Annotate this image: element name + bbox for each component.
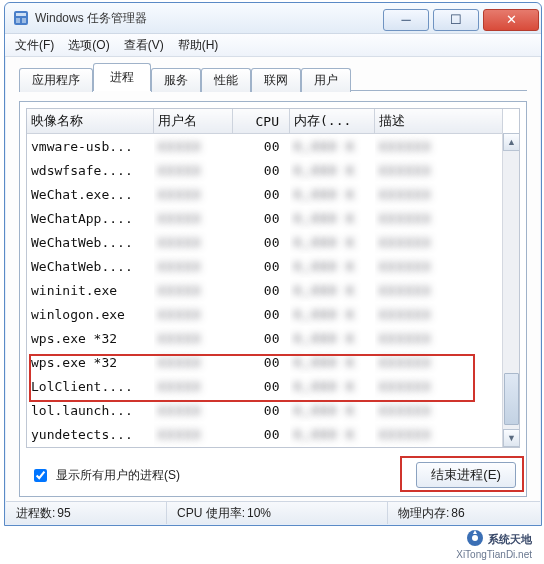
cell-cpu: 00: [233, 374, 290, 398]
col-description[interactable]: 描述: [375, 109, 503, 134]
table-row[interactable]: winlogon.exeXXXXX000,000 KXXXXXX: [27, 302, 503, 326]
col-cpu[interactable]: CPU: [233, 109, 290, 134]
table-row[interactable]: vmware-usb...XXXXX000,000 KXXXXXX: [27, 134, 503, 159]
maximize-button[interactable]: ☐: [433, 9, 479, 31]
cell-image: wininit.exe: [27, 278, 154, 302]
cell-cpu: 00: [233, 422, 290, 446]
cell-desc: XXXXXX: [375, 254, 503, 278]
svg-rect-2: [16, 18, 20, 23]
table-row[interactable]: yundetects...XXXXX000,000 KXXXXXX: [27, 422, 503, 446]
status-memory: 物理内存: 86: [388, 502, 540, 524]
process-list[interactable]: 映像名称 用户名 CPU 内存(... 描述 vmware-usb...XXXX…: [27, 109, 503, 447]
cell-cpu: 00: [233, 230, 290, 254]
cell-cpu: 00: [233, 302, 290, 326]
col-image-name[interactable]: 映像名称: [27, 109, 154, 134]
cell-cpu: 00: [233, 398, 290, 422]
table-row[interactable]: wps.exe *32XXXXX000,000 KXXXXXX: [27, 326, 503, 350]
status-memory-value: 86: [451, 506, 464, 520]
scroll-thumb[interactable]: [504, 373, 519, 425]
menu-view[interactable]: 查看(V): [124, 37, 164, 54]
show-all-users-checkbox[interactable]: 显示所有用户的进程(S): [30, 466, 180, 485]
table-row[interactable]: WeChatWeb....XXXXX000,000 KXXXXXX: [27, 230, 503, 254]
close-button[interactable]: ✕: [483, 9, 539, 31]
minimize-button[interactable]: ─: [383, 9, 429, 31]
cell-memory: 0,000 K: [290, 182, 375, 206]
process-table: 映像名称 用户名 CPU 内存(... 描述 vmware-usb...XXXX…: [27, 109, 503, 447]
cell-memory: 0,000 K: [290, 254, 375, 278]
cell-desc: XXXXXX: [375, 206, 503, 230]
table-row[interactable]: LolClient....XXXXX000,000 KXXXXXX: [27, 374, 503, 398]
table-row[interactable]: WeChatApp....XXXXX000,000 KXXXXXX: [27, 206, 503, 230]
cell-cpu: 00: [233, 134, 290, 159]
watermark: 系统天地 XiTongTianDi.net: [456, 529, 532, 560]
tab-applications[interactable]: 应用程序: [19, 68, 93, 92]
status-processes: 进程数: 95: [6, 502, 167, 524]
cell-memory: 0,000 K: [290, 326, 375, 350]
cell-user: XXXXX: [154, 254, 233, 278]
maximize-icon: ☐: [450, 13, 462, 26]
show-all-users-input[interactable]: [34, 469, 47, 482]
cell-desc: XXXXXX: [375, 182, 503, 206]
col-user[interactable]: 用户名: [154, 109, 233, 134]
col-memory[interactable]: 内存(...: [290, 109, 375, 134]
scroll-down-button[interactable]: ▼: [503, 429, 520, 447]
cell-user: XXXXX: [154, 446, 233, 447]
cell-image: vmware-usb...: [27, 134, 154, 159]
cell-desc: XXXXXX: [375, 230, 503, 254]
cell-cpu: 00: [233, 278, 290, 302]
window-title: Windows 任务管理器: [35, 10, 147, 27]
process-list-container: 映像名称 用户名 CPU 内存(... 描述 vmware-usb...XXXX…: [26, 108, 520, 448]
table-row[interactable]: lol.launch...XXXXX000,000 KXXXXXX: [27, 398, 503, 422]
cell-user: XXXXX: [154, 206, 233, 230]
status-bar: 进程数: 95 CPU 使用率: 10% 物理内存: 86: [6, 501, 540, 524]
watermark-logo-icon: [466, 529, 484, 549]
cell-memory: 0,000 K: [290, 206, 375, 230]
tab-processes[interactable]: 进程: [93, 63, 151, 91]
scroll-up-button[interactable]: ▲: [503, 133, 520, 151]
menubar: 文件(F) 选项(O) 查看(V) 帮助(H): [5, 34, 541, 57]
cell-user: XXXXX: [154, 302, 233, 326]
task-manager-window: Windows 任务管理器 ─ ☐ ✕ 文件(F) 选项(O) 查看(V) 帮助…: [4, 2, 542, 526]
cell-desc: XXXXXX: [375, 422, 503, 446]
cell-user: XXXXX: [154, 398, 233, 422]
tab-networking[interactable]: 联网: [251, 68, 301, 92]
tab-services[interactable]: 服务: [151, 68, 201, 92]
cell-desc: XXXXXX: [375, 326, 503, 350]
cell-cpu: 00: [233, 350, 290, 374]
watermark-brand: 系统天地: [488, 532, 532, 547]
status-processes-label: 进程数:: [16, 505, 55, 522]
cell-image: ZhuDongFan...: [27, 446, 154, 447]
menu-options[interactable]: 选项(O): [68, 37, 109, 54]
table-row[interactable]: WeChatWeb....XXXXX000,000 KXXXXXX: [27, 254, 503, 278]
table-row[interactable]: wps.exe *32XXXXX000,000 KXXXXXX: [27, 350, 503, 374]
cell-user: XXXXX: [154, 326, 233, 350]
cell-cpu: 00: [233, 254, 290, 278]
tab-users[interactable]: 用户: [301, 68, 351, 92]
table-row[interactable]: ZhuDongFan...XXXXX000,000 KXXXXXX: [27, 446, 503, 447]
cell-user: XXXXX: [154, 158, 233, 182]
end-process-button[interactable]: 结束进程(E): [416, 462, 516, 488]
table-row[interactable]: WeChat.exe...XXXXX000,000 KXXXXXX: [27, 182, 503, 206]
cell-image: WeChatApp....: [27, 206, 154, 230]
cell-desc: XXXXXX: [375, 446, 503, 447]
cell-user: XXXXX: [154, 374, 233, 398]
titlebar[interactable]: Windows 任务管理器 ─ ☐ ✕: [5, 3, 541, 34]
status-memory-label: 物理内存:: [398, 505, 449, 522]
minimize-icon: ─: [401, 13, 410, 26]
app-icon: [13, 10, 29, 26]
cell-cpu: 00: [233, 182, 290, 206]
svg-rect-3: [22, 18, 26, 23]
cell-desc: XXXXXX: [375, 350, 503, 374]
cell-image: winlogon.exe: [27, 302, 154, 326]
menu-file[interactable]: 文件(F): [15, 37, 54, 54]
status-cpu: CPU 使用率: 10%: [167, 502, 388, 524]
vertical-scrollbar[interactable]: ▲ ▼: [502, 133, 519, 447]
cell-memory: 0,000 K: [290, 398, 375, 422]
tab-performance[interactable]: 性能: [201, 68, 251, 92]
table-row[interactable]: wininit.exeXXXXX000,000 KXXXXXX: [27, 278, 503, 302]
cell-memory: 0,000 K: [290, 134, 375, 159]
cell-user: XXXXX: [154, 422, 233, 446]
table-row[interactable]: wdswfsafe....XXXXX000,000 KXXXXXX: [27, 158, 503, 182]
menu-help[interactable]: 帮助(H): [178, 37, 219, 54]
cell-image: WeChatWeb....: [27, 230, 154, 254]
